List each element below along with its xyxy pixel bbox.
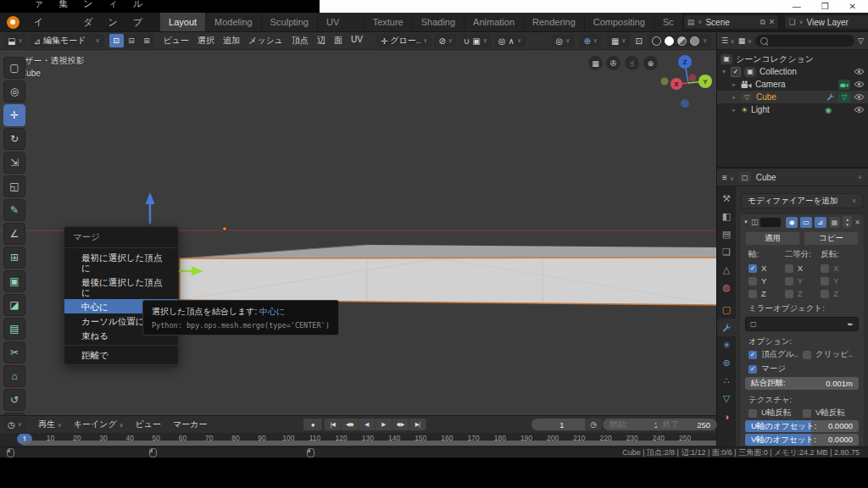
tree-arrow-icon[interactable]: ▸	[731, 107, 737, 114]
tool-button[interactable]: ⊞	[3, 247, 25, 269]
light-data-icon[interactable]: ◉	[825, 106, 832, 114]
flip-x-checkbox[interactable]	[821, 264, 829, 273]
outliner-display-mode-icon[interactable]: ▦ ∨	[738, 36, 752, 45]
tab-modifiers[interactable]	[717, 319, 736, 336]
transport-button[interactable]: ▶|	[409, 419, 426, 430]
outliner-row-camera[interactable]: ▸ Camera	[717, 78, 868, 91]
record-button[interactable]: ●	[303, 419, 322, 430]
selected-vertex[interactable]	[223, 227, 227, 231]
close-button[interactable]: ✕	[849, 0, 856, 13]
tool-button[interactable]: ✂	[3, 341, 25, 363]
solid-shading-button[interactable]	[665, 36, 674, 46]
keying-menu[interactable]: キーイング ∨	[74, 419, 124, 430]
scene-selector[interactable]: ▤ ∨ Scene ⧉ ✕	[683, 14, 780, 30]
workspace-tab[interactable]: Sc	[654, 13, 682, 31]
context-menu-item[interactable]: 距離で	[64, 345, 178, 363]
mode-dropdown[interactable]: ⊿ 編集モード ∨	[30, 34, 104, 47]
tab-physics[interactable]: ⊚	[717, 354, 736, 372]
viewport-3d[interactable]: ユーザー・透視投影 (1) Cube ▢◎✛↻⇲◱✎∠⊞▣◪▤✂⌂↺◉ ▦ ✇ …	[0, 50, 716, 415]
eye-icon[interactable]	[854, 68, 865, 75]
viewport-menu-item[interactable]: 追加	[219, 35, 244, 47]
tree-arrow-icon[interactable]: ▸	[731, 81, 737, 88]
timeline-scrollbar[interactable]	[21, 441, 716, 446]
marker-menu[interactable]: マーカー	[173, 419, 207, 430]
tab-particles[interactable]: ✳	[717, 336, 736, 354]
tool-button[interactable]: ⇲	[3, 152, 25, 174]
timeline-editor-dropdown[interactable]: ◷ ∨	[3, 418, 26, 431]
viewport-menu-item[interactable]: 頂点	[287, 35, 313, 47]
workspace-tab[interactable]: UV Editing	[318, 13, 364, 31]
bisect-z-checkbox[interactable]	[785, 290, 793, 298]
tab-render[interactable]: ◧	[717, 208, 736, 225]
transport-button[interactable]: ◀	[359, 419, 375, 430]
material-shading-button[interactable]	[677, 36, 687, 46]
delete-modifier-icon[interactable]: ✕	[854, 219, 860, 226]
modifier-name-field[interactable]	[760, 218, 781, 227]
tab-object-data[interactable]: ▽	[717, 390, 736, 408]
snap-controls[interactable]: ∪ ▣ ∨	[459, 34, 492, 47]
add-modifier-dropdown[interactable]: モディファイアーを追加 ∨	[741, 193, 863, 208]
close-icon[interactable]: ✕	[769, 18, 776, 26]
viewport-menu-item[interactable]: 面	[330, 35, 347, 47]
tab-output[interactable]: ▤	[717, 225, 736, 243]
minimize-button[interactable]: —	[793, 0, 801, 13]
expand-arrow-icon[interactable]: ▼	[721, 69, 727, 75]
workspace-tab[interactable]: Layout	[160, 13, 205, 31]
camera-view-button[interactable]: ✇	[606, 56, 620, 70]
rendered-shading-button[interactable]	[690, 36, 699, 46]
outliner-row-collection[interactable]: ▼ ✓ ▣ Collection	[717, 65, 868, 78]
edge-select-button[interactable]: ⊟	[125, 34, 139, 47]
flip-y-checkbox[interactable]	[821, 277, 829, 286]
properties-editor-dropdown[interactable]: ≡ ∨	[722, 173, 734, 182]
modifier-wrench-icon[interactable]	[826, 92, 835, 102]
axis-neg-z-ball[interactable]	[681, 99, 689, 108]
flip-z-checkbox[interactable]	[821, 290, 829, 298]
toggle-editmode-icon[interactable]: ⊿	[815, 217, 826, 228]
toggle-viewport-icon[interactable]: ▭	[800, 217, 812, 228]
tool-button[interactable]: ✎	[3, 199, 25, 221]
bisect-x-checkbox[interactable]	[785, 264, 793, 273]
tool-button[interactable]: ▣	[3, 270, 25, 292]
restore-button[interactable]: ❐	[821, 0, 829, 13]
context-menu-item[interactable]: 最後に選択した頂点に	[64, 274, 178, 299]
toggle-cage-icon[interactable]: ▦	[829, 217, 841, 228]
tool-button[interactable]: ▤	[3, 318, 25, 340]
current-frame-field[interactable]: 1	[531, 419, 593, 430]
viewport-menu-item[interactable]: 辺	[313, 35, 330, 47]
use-preview-range-button[interactable]: ◷	[585, 419, 602, 430]
outliner-search-input[interactable]	[755, 35, 854, 47]
context-menu-item[interactable]: 最初に選択した頂点に	[64, 250, 178, 274]
transport-button[interactable]: ◆▶	[392, 419, 409, 430]
timeline-ruler[interactable]: 1020304050607080901001101201301401501601…	[0, 433, 716, 446]
collection-checkbox[interactable]: ✓	[731, 67, 741, 77]
mesh-data-icon[interactable]: ▽	[838, 92, 850, 103]
viewport-menu-item[interactable]: メッシュ	[244, 35, 287, 47]
eye-icon[interactable]	[854, 80, 865, 88]
move-modifier-buttons[interactable]: ▲▼	[843, 216, 852, 228]
apply-button[interactable]: 適用	[745, 231, 800, 246]
viewport-menu-item[interactable]: UV	[347, 35, 367, 47]
viewport-menu-item[interactable]: 選択	[193, 35, 219, 47]
playback-menu[interactable]: 再生 ∨	[38, 419, 62, 430]
pan-view-button[interactable]: ☝	[625, 56, 639, 70]
vertex-groups-checkbox[interactable]: ✓	[748, 351, 757, 359]
offset-u-slider[interactable]: U軸のオフセット: 0.0000	[745, 420, 859, 432]
xray-toggle-icon[interactable]: ⊡	[635, 36, 642, 46]
visibility-dropdown[interactable]: ◎ ∨	[552, 34, 575, 47]
workspace-tab[interactable]: Rendering	[524, 13, 584, 31]
bisect-y-checkbox[interactable]	[785, 277, 793, 286]
vertex-select-button[interactable]: ⊡	[109, 34, 124, 47]
merge-limit-field[interactable]: 結合距離: 0.001m	[745, 377, 859, 390]
tool-button[interactable]: ↺	[3, 389, 25, 411]
tool-button[interactable]: ▢	[3, 57, 25, 79]
workspace-tab[interactable]: Texture Paint	[364, 13, 412, 31]
workspace-tab[interactable]: Sculpting	[262, 13, 317, 31]
orientation-dropdown[interactable]: ✛ グロー.. ∨	[376, 34, 432, 47]
transport-button[interactable]: ◀◆	[342, 419, 358, 430]
copy-button[interactable]: コピー	[804, 231, 859, 246]
axis-y-checkbox[interactable]	[748, 277, 757, 286]
tab-object[interactable]: ▢	[717, 301, 736, 319]
toggle-render-icon[interactable]: ◉	[786, 217, 798, 228]
workspace-tab[interactable]: Compositing	[585, 13, 654, 31]
axis-gizmo[interactable]: Z Y X	[653, 52, 714, 115]
